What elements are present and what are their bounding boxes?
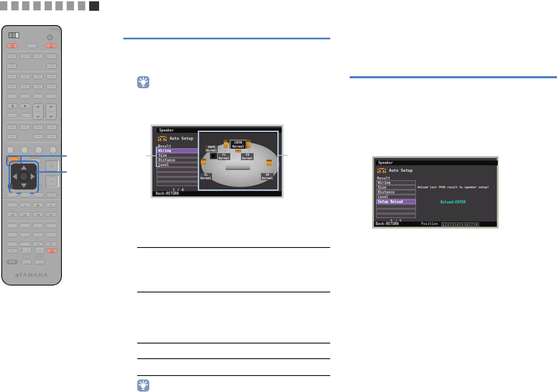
skip-forward-button[interactable]: ▶▶ — [45, 212, 57, 217]
mode-button[interactable] — [20, 193, 31, 197]
tip-icon — [137, 76, 149, 88]
number-button[interactable] — [45, 223, 57, 228]
page-tab-1[interactable] — [0, 1, 7, 10]
tv-volume-up-button[interactable]: + — [21, 247, 32, 254]
position-box-3[interactable]: 3 — [451, 222, 455, 226]
page-tab-2[interactable] — [11, 1, 19, 10]
input-button[interactable] — [6, 64, 17, 69]
menu-item-wiring[interactable]: Wiring — [376, 180, 416, 185]
power-button-main[interactable] — [6, 43, 18, 48]
page-tab-7[interactable] — [67, 1, 74, 10]
mute-button[interactable]: MUTE — [6, 260, 18, 264]
input-button[interactable] — [6, 74, 17, 79]
tuner-right-button[interactable] — [19, 103, 31, 108]
number-button[interactable] — [19, 223, 31, 228]
number-button[interactable] — [19, 242, 31, 247]
mode-button[interactable] — [46, 193, 57, 197]
menu-item-size[interactable]: Size — [157, 153, 200, 157]
color-button[interactable] — [49, 146, 57, 154]
stop-button[interactable]: ■ — [19, 202, 31, 207]
page-tab-6[interactable] — [55, 1, 63, 10]
input-button[interactable] — [20, 74, 30, 79]
color-button[interactable] — [35, 146, 42, 154]
number-button[interactable] — [6, 223, 18, 228]
scene-button[interactable] — [33, 84, 43, 89]
menu-item-size[interactable]: Size — [376, 185, 416, 190]
tv-channel-down-button[interactable]: − — [34, 260, 45, 264]
menu-item-level[interactable]: Level — [376, 195, 416, 199]
sound-button[interactable] — [6, 94, 18, 99]
record-button[interactable] — [6, 202, 18, 207]
position-box-6[interactable]: 6 — [465, 222, 470, 226]
number-button[interactable] — [45, 232, 57, 237]
number-button[interactable] — [19, 232, 31, 237]
menu-bracket-spine — [156, 147, 157, 167]
chevron-double-up-icon — [49, 106, 53, 107]
input-button[interactable] — [33, 54, 43, 59]
input-button[interactable] — [6, 84, 17, 89]
page-tab-9[interactable] — [89, 1, 99, 11]
pause-button[interactable]: ▮▮ — [32, 202, 44, 207]
plus-ten-button[interactable]: +10 — [32, 242, 44, 247]
menu-item-wiring[interactable]: Wiring — [157, 148, 200, 153]
number-button[interactable] — [6, 242, 18, 247]
position-box-8[interactable]: 8 — [475, 222, 479, 226]
page-tab-3[interactable] — [22, 1, 29, 10]
page-tab-8[interactable] — [78, 1, 85, 10]
sound-button[interactable] — [32, 94, 44, 99]
page-tab-4[interactable] — [33, 1, 41, 10]
input-button[interactable] — [20, 84, 30, 89]
source-power-button[interactable] — [26, 43, 37, 48]
option-button[interactable] — [6, 125, 17, 130]
input-button[interactable] — [46, 64, 57, 69]
color-button[interactable] — [6, 146, 14, 154]
volume-up-button[interactable]: + — [45, 161, 58, 171]
input-button[interactable] — [20, 54, 30, 59]
menu-item-distance[interactable]: Distance — [376, 190, 416, 194]
number-button[interactable] — [6, 232, 18, 237]
position-box-1[interactable]: 1 — [441, 222, 446, 226]
color-button[interactable] — [21, 146, 28, 154]
scene-button[interactable] — [46, 84, 57, 89]
menu-item-distance[interactable]: Distance — [157, 158, 200, 162]
option-button[interactable] — [33, 134, 44, 139]
input-button[interactable] — [46, 74, 57, 79]
sound-button[interactable] — [19, 94, 31, 99]
option-button[interactable] — [46, 134, 57, 139]
option-button[interactable] — [6, 134, 17, 139]
input-button[interactable] — [46, 54, 57, 59]
position-box-2[interactable]: 2 — [446, 222, 451, 226]
input-button[interactable] — [33, 74, 43, 79]
auto-setup-icon — [377, 167, 386, 174]
sound-button[interactable] — [45, 94, 57, 99]
ent-button[interactable]: ENT — [45, 242, 57, 247]
position-box-4[interactable]: 4 — [456, 222, 460, 226]
play-button[interactable]: ▶ — [45, 202, 57, 207]
option-button[interactable] — [46, 125, 57, 130]
sleep-button[interactable] — [6, 248, 18, 253]
memory-button[interactable] — [6, 113, 18, 118]
position-box-5[interactable]: 5 — [460, 222, 465, 226]
mode-button[interactable] — [33, 193, 44, 197]
search-forward-button[interactable]: ▶▶ — [19, 212, 31, 217]
power-button-zone[interactable] — [45, 43, 57, 48]
option-button[interactable] — [33, 125, 43, 130]
position-box-7[interactable]: 7 — [470, 222, 474, 226]
menu-item-setup-reload[interactable]: Setup Reload — [376, 199, 416, 204]
mode-button[interactable] — [6, 193, 18, 197]
tuner-left-button[interactable] — [6, 103, 18, 108]
number-button[interactable] — [32, 232, 44, 237]
input-button[interactable] — [6, 54, 17, 59]
page-tab-5[interactable] — [45, 1, 52, 10]
search-back-button[interactable]: ◀◀ — [6, 212, 18, 217]
option-button[interactable] — [20, 125, 30, 130]
tv-channel-up-button[interactable]: + — [34, 247, 45, 254]
memory-button[interactable] — [21, 113, 32, 118]
volume-down-button[interactable]: − — [45, 176, 58, 186]
number-button[interactable] — [32, 223, 44, 228]
menu-item-level[interactable]: Level — [157, 163, 200, 167]
mode-slider-switch[interactable] — [9, 32, 19, 38]
tv-volume-down-button[interactable]: − — [21, 260, 32, 264]
tv-power-button[interactable] — [46, 248, 58, 253]
skip-back-button[interactable]: ◀◀ — [32, 212, 44, 217]
